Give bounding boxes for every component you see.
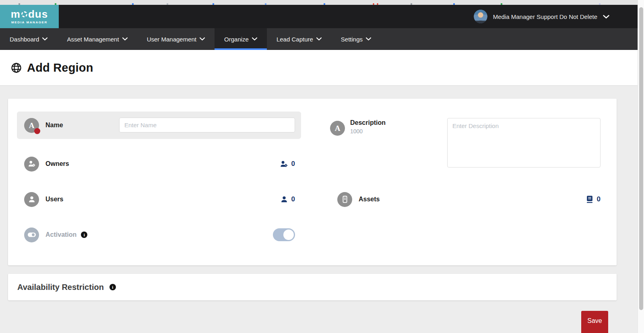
person-gear-icon	[27, 159, 36, 168]
chevron-down-icon	[200, 37, 205, 41]
assets-label: Assets	[359, 196, 380, 203]
user-avatar[interactable]	[474, 10, 487, 23]
activation-label: Activation	[45, 231, 76, 238]
users-field-icon	[24, 192, 39, 207]
logo-subtitle: MEDIA MANAGER	[11, 21, 47, 24]
users-field-row: Users 0	[17, 189, 301, 209]
nav-item-lead-capture[interactable]: Lead Capture	[267, 28, 331, 50]
document-icon	[341, 195, 349, 204]
scrollbar-track[interactable]	[638, 0, 644, 333]
nav-item-settings[interactable]: Settings	[331, 28, 381, 50]
users-label: Users	[45, 196, 63, 203]
nav-item-user-management[interactable]: User Management	[137, 28, 215, 50]
name-input[interactable]	[119, 118, 295, 132]
app-root: m dus MEDIA MANAGER Medi	[0, 0, 644, 333]
nav-label: Dashboard	[10, 36, 39, 43]
activation-field-row: Activation i	[17, 225, 301, 245]
description-field-icon: A	[330, 121, 345, 136]
info-icon[interactable]: i	[81, 232, 87, 238]
scrollbar-thumb[interactable]	[639, 7, 643, 310]
browser-bookmarks-strip	[0, 0, 644, 5]
description-labels: Description 1000	[350, 119, 386, 134]
required-indicator-dot	[34, 128, 40, 134]
info-glyph: i	[112, 285, 113, 290]
assets-count-button[interactable]: 0	[585, 195, 601, 204]
nav-label: User Management	[147, 36, 196, 43]
owners-field-icon	[24, 157, 39, 172]
activation-field-icon	[24, 228, 39, 242]
modus-logo[interactable]: m dus MEDIA MANAGER	[0, 5, 59, 28]
name-field-row: A Name	[17, 112, 301, 139]
globe-icon	[11, 62, 22, 73]
person-icon	[27, 195, 36, 204]
assets-field-icon	[337, 192, 352, 207]
logo-text-suffix: dus	[28, 9, 48, 19]
availability-restriction-card: Availability Restriction i	[8, 274, 617, 300]
letter-a-icon: A	[29, 122, 35, 129]
logo-wordmark: m dus	[11, 9, 48, 19]
chevron-down-icon	[122, 37, 128, 41]
book-icon	[585, 195, 594, 204]
person-icon	[280, 195, 289, 204]
main-content: A Name	[0, 86, 644, 333]
info-glyph: i	[84, 233, 85, 237]
assets-count: 0	[597, 195, 601, 203]
save-button[interactable]: Save	[581, 311, 608, 333]
nav-item-dashboard[interactable]: Dashboard	[0, 28, 57, 50]
nav-label: Organize	[224, 36, 249, 43]
availability-restriction-title: Availability Restriction	[17, 283, 104, 292]
name-field-icon: A	[24, 118, 39, 133]
nav-item-organize[interactable]: Organize	[215, 28, 267, 50]
page-title: Add Region	[27, 61, 93, 74]
page-title-band: Add Region	[0, 50, 644, 86]
top-header: m dus MEDIA MANAGER Medi	[0, 5, 638, 28]
save-button-label: Save	[587, 317, 602, 325]
chevron-down-icon	[366, 37, 371, 41]
chevron-down-icon	[252, 37, 257, 41]
toggle-knob	[283, 230, 294, 240]
owners-label: Owners	[45, 160, 69, 168]
nav-label: Asset Management	[67, 36, 119, 43]
user-name-label: Media Manager Support Do Not Delete	[493, 13, 597, 20]
assets-field-row: Assets 0	[330, 189, 601, 209]
description-label: Description	[350, 119, 386, 126]
users-count-button[interactable]: 0	[280, 195, 295, 204]
chevron-down-icon	[316, 37, 322, 41]
owners-count: 0	[291, 160, 295, 168]
owners-field-row: Owners 0	[17, 154, 301, 174]
toggle-icon	[27, 230, 37, 240]
info-icon[interactable]: i	[109, 284, 116, 290]
person-gear-icon	[279, 159, 289, 169]
chevron-down-icon	[42, 37, 47, 41]
nav-item-asset-management[interactable]: Asset Management	[57, 28, 137, 50]
nav-label: Settings	[341, 36, 363, 43]
nav-label: Lead Capture	[277, 36, 313, 43]
main-nav: Dashboard Asset Management User Manageme…	[0, 28, 638, 50]
logo-o-icon	[21, 11, 27, 17]
description-textarea[interactable]	[447, 118, 601, 168]
region-form-card: A Name	[8, 99, 617, 265]
description-char-limit: 1000	[350, 128, 386, 134]
users-count: 0	[291, 195, 295, 203]
chevron-down-icon[interactable]	[603, 13, 609, 20]
logo-text-prefix: m	[11, 9, 21, 19]
name-label: Name	[45, 122, 63, 129]
owners-count-button[interactable]: 0	[279, 159, 295, 169]
letter-a-icon: A	[335, 124, 341, 132]
activation-toggle[interactable]	[273, 228, 295, 241]
user-account-menu[interactable]: Media Manager Support Do Not Delete	[474, 5, 609, 28]
